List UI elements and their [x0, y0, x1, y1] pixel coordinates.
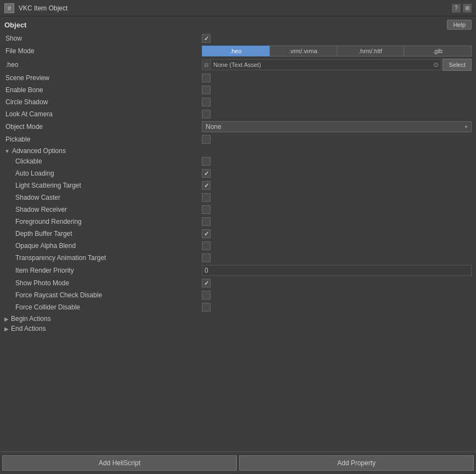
foreground-rendering-checkbox[interactable]: [202, 217, 211, 226]
scene-preview-row: Scene Preview: [4, 72, 472, 83]
object-mode-control: None Motion Static: [202, 121, 472, 132]
add-property-button[interactable]: Add Property: [239, 455, 474, 471]
shadow-caster-label: Shadow Caster: [4, 194, 202, 201]
look-at-camera-row: Look At Camera: [4, 109, 472, 120]
item-render-priority-input[interactable]: [202, 265, 472, 276]
transparency-animation-checkbox[interactable]: [202, 253, 211, 262]
force-collider-row: Force Collider Disable: [4, 302, 472, 313]
select-button[interactable]: Select: [443, 59, 472, 71]
pickable-label: Pickable: [4, 136, 202, 143]
circle-shadow-control: [202, 98, 472, 106]
light-scattering-control: [202, 181, 472, 190]
pickable-checkbox[interactable]: [202, 135, 211, 144]
file-mode-tabs: .heo .vrm/.vrma .hrm/.hltf .glb: [202, 46, 472, 57]
opaque-alpha-control: [202, 241, 472, 250]
pickable-control: [202, 135, 472, 144]
content-area: Object Help Show File Mode .heo .vrm/.vr…: [0, 16, 476, 449]
transparency-animation-control: [202, 253, 472, 262]
light-scattering-row: Light Scattering Target: [4, 180, 472, 191]
circle-shadow-checkbox[interactable]: [202, 98, 211, 106]
depth-buffer-label: Depth Buffer Target: [4, 230, 202, 238]
enable-bone-label: Enable Bone: [4, 86, 202, 94]
help-icon-btn[interactable]: ?: [452, 4, 461, 13]
begin-actions-header[interactable]: ▶ Begin Actions: [4, 315, 472, 323]
force-collider-checkbox[interactable]: [202, 303, 211, 312]
circle-shadow-label: Circle Shadow: [4, 98, 202, 106]
shadow-receiver-row: Shadow Receiver: [4, 204, 472, 215]
clickable-checkbox[interactable]: [202, 157, 211, 166]
begin-actions-label: Begin Actions: [11, 315, 51, 323]
look-at-camera-checkbox[interactable]: [202, 110, 211, 119]
asset-field-text: None (Text Asset): [211, 61, 431, 68]
tab-heo[interactable]: .heo: [202, 46, 270, 57]
clickable-row: Clickable: [4, 156, 472, 167]
opaque-alpha-checkbox[interactable]: [202, 241, 211, 250]
look-at-camera-label: Look At Camera: [4, 110, 202, 118]
show-photo-mode-row: Show Photo Mode: [4, 278, 472, 289]
shadow-caster-checkbox[interactable]: [202, 193, 211, 202]
show-photo-mode-label: Show Photo Mode: [4, 279, 202, 287]
depth-buffer-control: [202, 229, 472, 238]
shadow-receiver-checkbox[interactable]: [202, 205, 211, 214]
shadow-receiver-label: Shadow Receiver: [4, 206, 202, 213]
shadow-caster-control: [202, 193, 472, 202]
section-header: Object Help: [4, 20, 472, 30]
enable-bone-control: [202, 86, 472, 94]
shadow-receiver-control: [202, 205, 472, 214]
pickable-row: Pickable: [4, 134, 472, 145]
clickable-control: [202, 157, 472, 166]
show-control: [202, 34, 472, 43]
force-collider-control: [202, 303, 472, 312]
object-mode-dropdown[interactable]: None Motion Static: [202, 121, 472, 132]
force-raycast-control: [202, 291, 472, 300]
tab-glb[interactable]: .glb: [404, 46, 472, 57]
foreground-rendering-label: Foreground Rendering: [4, 218, 202, 225]
show-label: Show: [4, 35, 202, 42]
item-render-priority-label: Item Render Priority: [4, 267, 202, 274]
title-bar: # VKC Item Object ? ⊞: [0, 0, 476, 16]
depth-buffer-row: Depth Buffer Target: [4, 228, 472, 239]
end-actions-label: End Actions: [11, 325, 46, 332]
add-heli-script-button[interactable]: Add HeliScript: [2, 455, 237, 471]
light-scattering-checkbox[interactable]: [202, 181, 211, 190]
shadow-caster-row: Shadow Caster: [4, 192, 472, 203]
item-render-priority-row: Item Render Priority: [4, 264, 472, 276]
show-photo-mode-checkbox[interactable]: [202, 279, 211, 287]
show-row: Show: [4, 33, 472, 44]
title-bar-controls: ? ⊞: [452, 4, 472, 13]
heo-asset-field[interactable]: ▤ None (Text Asset) ⊙: [202, 59, 441, 70]
tab-vrm[interactable]: .vrm/.vrma: [270, 46, 337, 57]
asset-target-icon[interactable]: ⊙: [431, 60, 441, 70]
heo-control: ▤ None (Text Asset) ⊙ Select: [202, 59, 472, 71]
file-mode-row: File Mode .heo .vrm/.vrma .hrm/.hltf .gl…: [4, 45, 472, 57]
auto-loading-checkbox[interactable]: [202, 169, 211, 178]
end-actions-arrow: ▶: [4, 326, 9, 332]
scene-preview-checkbox[interactable]: [202, 74, 211, 82]
scene-preview-control: [202, 74, 472, 82]
auto-loading-control: [202, 169, 472, 178]
begin-actions-arrow: ▶: [4, 316, 9, 322]
auto-loading-row: Auto Loading: [4, 168, 472, 179]
heo-label: .heo: [4, 61, 202, 69]
show-checkbox[interactable]: [202, 34, 211, 43]
foreground-rendering-control: [202, 217, 472, 226]
advanced-options-arrow: ▼: [4, 148, 10, 154]
component-icon: #: [4, 3, 14, 13]
advanced-options-header[interactable]: ▼ Advanced Options: [4, 147, 472, 155]
end-actions-header[interactable]: ▶ End Actions: [4, 325, 472, 332]
transparency-animation-row: Transparency Animation Target: [4, 252, 472, 263]
clickable-label: Clickable: [4, 157, 202, 165]
object-mode-label: Object Mode: [4, 123, 202, 131]
depth-buffer-checkbox[interactable]: [202, 229, 211, 238]
layout-icon-btn[interactable]: ⊞: [463, 4, 472, 13]
enable-bone-checkbox[interactable]: [202, 86, 211, 94]
force-raycast-label: Force Raycast Check Disable: [4, 291, 202, 299]
help-button[interactable]: Help: [447, 20, 472, 30]
heo-row: .heo ▤ None (Text Asset) ⊙ Select: [4, 58, 472, 71]
item-render-priority-control: [202, 265, 472, 276]
tab-hrm[interactable]: .hrm/.hltf: [337, 46, 405, 57]
light-scattering-label: Light Scattering Target: [4, 182, 202, 189]
force-raycast-checkbox[interactable]: [202, 291, 211, 300]
look-at-camera-control: [202, 110, 472, 119]
object-mode-row: Object Mode None Motion Static: [4, 121, 472, 133]
